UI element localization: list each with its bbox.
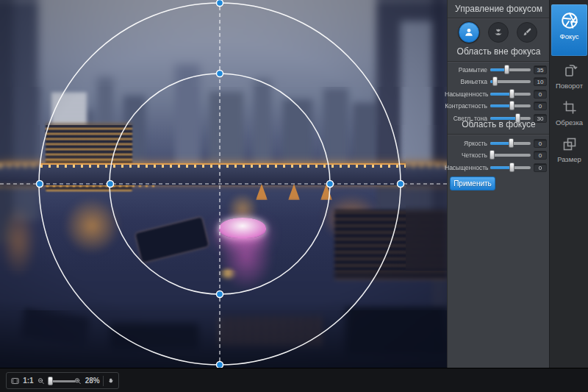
tab-rotate[interactable]: Поворот	[551, 62, 587, 96]
slider-row-brightness: Яркость 0	[448, 138, 550, 149]
in-focus-section-title: Область в фокусе	[448, 119, 550, 129]
divider	[448, 61, 550, 63]
slider-value: 0	[534, 151, 547, 160]
tab-label: Обрезка	[551, 118, 587, 126]
zoom-percent-label: 28%	[85, 377, 100, 385]
macro-mode-button[interactable]	[488, 22, 509, 43]
slider-label: Насыщенность	[445, 164, 487, 171]
contrast-slider[interactable]	[490, 104, 531, 107]
focus-handle-outer-top[interactable]	[217, 0, 223, 7]
slider-label: Контрастность	[445, 102, 487, 110]
sharpness-slider[interactable]	[490, 154, 531, 157]
focus-settings-panel: Управление фокусом Область вне фокуса Ра…	[447, 0, 549, 368]
tab-label: Поворот	[551, 82, 587, 90]
zoom-slider-thumb[interactable]	[48, 377, 53, 385]
portrait-icon	[463, 26, 475, 38]
crop-icon	[561, 99, 578, 116]
slider-value: 0	[534, 139, 547, 148]
slider-thumb[interactable]	[490, 150, 495, 160]
slider-thumb[interactable]	[509, 138, 514, 148]
slider-row-saturation-out: Насыщенность 0	[448, 89, 550, 100]
vignette-slider[interactable]	[490, 80, 531, 83]
focus-handle-outer-left[interactable]	[37, 181, 43, 188]
focus-handle-outer-bottom[interactable]	[217, 362, 223, 368]
brightness-slider[interactable]	[490, 142, 531, 145]
fit-screen-icon[interactable]	[10, 375, 20, 387]
tool-sidebar: Фокус Поворот Обрезка Размер	[549, 0, 588, 368]
aperture-icon	[560, 11, 579, 30]
slider-row-saturation-in: Насыщенность 0	[448, 163, 550, 174]
slider-label: Виньетка	[445, 78, 487, 85]
focus-handle-outer-right[interactable]	[398, 181, 404, 188]
tab-label: Размер	[551, 155, 587, 163]
focus-handle-inner-right[interactable]	[327, 181, 334, 188]
slider-value: 0	[534, 90, 547, 99]
slider-thumb[interactable]	[509, 89, 514, 99]
brush-icon	[521, 26, 533, 38]
slider-row-blur: Размытие 35	[448, 65, 550, 76]
saturation-in-slider[interactable]	[490, 166, 531, 169]
actual-size-label[interactable]: 1:1	[23, 377, 33, 385]
tab-crop[interactable]: Обрезка	[551, 99, 587, 132]
photo-editor-app: Управление фокусом Область вне фокуса Ра…	[0, 0, 588, 392]
out-of-focus-section-title: Область вне фокуса	[448, 46, 550, 57]
panel-title: Управление фокусом	[448, 4, 550, 14]
slider-label: Четкость	[445, 152, 487, 159]
rotate-icon	[561, 62, 578, 79]
resize-icon	[561, 135, 578, 153]
focus-handle-inner-bottom[interactable]	[217, 291, 223, 298]
zoom-controls-group: 1:1 28%	[6, 372, 119, 389]
divider	[448, 18, 550, 19]
divider	[448, 134, 550, 135]
brush-mode-button[interactable]	[517, 22, 537, 43]
tab-focus[interactable]: Фокус	[551, 4, 587, 56]
blur-slider[interactable]	[490, 68, 531, 71]
slider-label: Насыщенность	[445, 90, 487, 98]
tab-label: Фокус	[551, 32, 587, 40]
slider-label: Яркость	[445, 140, 487, 147]
slider-value: 0	[534, 163, 547, 172]
status-bar: 1:1 28%	[0, 368, 588, 392]
focus-handle-inner-left[interactable]	[107, 181, 114, 188]
slider-fill	[490, 142, 511, 145]
slider-row-vignette: Виньетка 10	[448, 76, 550, 88]
zoom-out-icon[interactable]	[37, 376, 45, 386]
slider-fill	[490, 166, 512, 169]
slider-thumb[interactable]	[492, 76, 498, 86]
photo-canvas[interactable]	[0, 0, 447, 368]
slider-value: 0	[534, 101, 547, 110]
slider-thumb[interactable]	[509, 101, 514, 110]
tab-resize[interactable]: Размер	[551, 135, 587, 169]
saturation-slider[interactable]	[490, 93, 531, 96]
focus-handle-inner-top[interactable]	[217, 71, 223, 77]
slider-fill	[490, 104, 512, 107]
divider	[103, 376, 104, 386]
slider-fill	[490, 93, 512, 96]
flower-icon	[492, 26, 504, 38]
slider-thumb[interactable]	[504, 65, 509, 74]
slider-row-contrast: Контрастность 0	[448, 101, 550, 112]
portrait-mode-button[interactable]	[459, 22, 479, 43]
slider-value: 10	[534, 77, 547, 86]
slider-thumb[interactable]	[509, 163, 514, 172]
hand-pan-icon[interactable]	[107, 376, 115, 386]
apply-button[interactable]: Применить	[450, 177, 495, 190]
slider-value: 35	[534, 65, 547, 74]
zoom-slider[interactable]	[48, 377, 71, 385]
slider-label: Размытие	[445, 66, 487, 74]
focus-overlay	[0, 0, 447, 368]
slider-row-sharpness: Четкость 0	[448, 150, 550, 161]
